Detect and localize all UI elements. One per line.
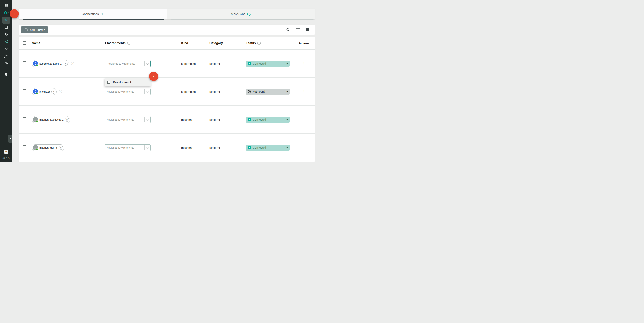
filter-icon[interactable] [296,28,300,31]
environments-select[interactable]: Assigned Environments [105,144,150,151]
table-row: kubernetes-admin... Assigned Environment… [19,50,315,78]
gear-icon: ⚙▾ [4,11,8,15]
annotation-step-2-badge: 2 [149,72,158,81]
row-actions-menu-button[interactable]: ⋮ [302,90,306,94]
connection-name-chip[interactable]: meshery-dain-6 [32,144,64,151]
kind-value: meshery [181,146,209,149]
environments-select[interactable]: Assigned Environments [105,88,150,95]
app-version: v0.7.77 [2,157,10,160]
chevron-down-icon [146,146,148,148]
chevron-down-icon: ▾ [8,12,9,14]
select-caret-button[interactable] [144,91,150,92]
select-caret-button[interactable] [144,63,150,64]
connection-name-chip[interactable]: in-cluster [32,88,56,95]
tab-meshsync[interactable]: MeshSync [167,9,315,19]
curve-icon [4,55,8,59]
close-icon[interactable] [51,90,56,94]
text-cursor [107,62,107,65]
status-label: Connected [253,146,266,149]
environments-placeholder: Assigned Environments [107,90,134,93]
status-select[interactable]: Not Found [246,89,290,95]
row-actions-menu-button[interactable]: ⋮ [302,62,306,66]
row-actions-none: - [304,118,305,121]
row-checkbox[interactable] [22,117,26,121]
sidebar-item-location[interactable] [2,72,10,78]
connection-name-chip[interactable]: meshery-kubescop... [32,116,70,123]
not-found-icon [248,90,251,93]
row-checkbox[interactable] [22,89,26,93]
sidebar-item-performance[interactable] [2,53,10,60]
add-cluster-label: Add Cluster [30,28,44,32]
sidebar-item-configuration[interactable] [2,24,10,31]
edit-square-icon [4,25,8,30]
select-caret-button[interactable] [144,119,150,120]
sidebar-item-connections[interactable]: ✳ [2,17,10,24]
search-icon[interactable] [286,28,290,32]
row-checkbox[interactable] [22,62,26,65]
category-value: platform [209,146,246,149]
row-actions-none: - [304,146,305,149]
meshery-avatar [33,117,38,122]
status-select[interactable]: Connected [246,61,290,67]
select-all-checkbox[interactable] [22,41,26,45]
kubernetes-avatar [33,61,38,66]
option-checkbox[interactable] [107,81,110,84]
view-columns-icon[interactable] [306,28,310,32]
connection-info-icon[interactable] [71,62,74,65]
kind-value: kubernetes [181,62,209,65]
environments-select[interactable]: Assigned Environments [105,116,150,123]
add-cluster-button[interactable]: Add Cluster [22,26,48,34]
meshsync-spinner-icon [247,13,250,16]
sidebar-item-extensions[interactable] [2,61,10,68]
dashboard-grid-icon [4,3,8,8]
sidebar-expand-button[interactable] [8,135,12,143]
chevron-down-icon [146,62,148,64]
chevron-right-icon [9,138,11,140]
chevron-down-icon [146,118,148,120]
sidebar-item-settings[interactable]: ⚙▾ [2,9,10,16]
table-row: in-cluster Assigned Environments kuberne… [19,78,315,106]
option-label: Development [113,81,131,84]
status-label: Connected [253,118,266,121]
environments-info-icon[interactable] [127,42,130,45]
active-tab-indicator [23,19,164,20]
connections-table: Name Environments Kind Category Status A… [19,37,315,162]
connection-name-chip[interactable]: kubernetes-admin... [32,60,69,67]
connection-info-icon[interactable] [59,90,62,93]
sidebar-item-service-mesh[interactable] [2,39,10,46]
environments-placeholder: Assigned Environments [107,146,134,149]
environment-option-development[interactable]: Development [105,78,150,86]
sidebar-item-lifecycle[interactable] [2,31,10,38]
column-header-category: Category [209,42,246,45]
sidebar-item-toolbox[interactable] [2,46,10,53]
sidebar: ⚙▾ ✳ v0. [0,0,12,162]
table-toolbar: Add Cluster [19,25,315,35]
connection-name: meshery-dain-6 [40,146,58,149]
category-value: platform [209,118,246,121]
connections-asterisk-icon: ✳ [5,18,8,22]
close-icon[interactable] [65,118,69,122]
status-select[interactable]: Connected [246,145,290,151]
environments-dropdown-menu: Development [105,78,150,86]
table-row: meshery-dain-6 Assigned Environments mes… [19,134,315,162]
help-button[interactable] [4,150,8,154]
environments-placeholder: Assigned Environments [107,118,134,121]
caret-down-icon [286,118,288,121]
close-icon[interactable] [59,146,63,150]
environments-select[interactable]: Assigned Environments [105,60,150,67]
row-checkbox[interactable] [22,145,26,149]
status-info-icon[interactable] [257,42,260,45]
tools-icon [4,47,8,52]
column-header-name: Name [30,42,105,45]
connection-name: meshery-kubescop... [40,118,64,121]
meshery-avatar [33,145,38,150]
select-caret-button[interactable] [144,147,150,148]
table-row: meshery-kubescop... Assigned Environment… [19,106,315,134]
status-select[interactable]: Connected [246,117,290,123]
column-header-actions: Actions [299,42,309,45]
status-label: Not Found [252,90,265,93]
kind-value: meshery [181,118,209,121]
tab-connections[interactable]: Connections ✳ [19,9,167,19]
close-icon[interactable] [64,62,68,66]
sidebar-item-dashboard[interactable] [2,2,10,9]
